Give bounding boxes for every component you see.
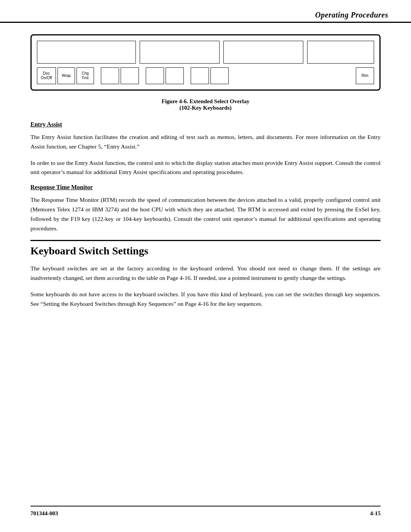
keyboard-diagram: DocOn/Off Wrap ChgFmt bbox=[30, 34, 381, 91]
figure-caption: Figure 4-6. Extended Select Overlay (102… bbox=[30, 98, 381, 111]
footer-page-number: 4-15 bbox=[370, 510, 381, 517]
key-empty-5 bbox=[191, 67, 209, 84]
page-footer: 701344-003 4-15 bbox=[30, 506, 381, 517]
figure-caption-line2: (102-Key Keyboards) bbox=[30, 105, 381, 111]
keyboard-switch-para2: Some keyboards do not have access to the… bbox=[30, 290, 381, 309]
response-time-monitor-section: Response Time Monitor The Response Time … bbox=[30, 184, 381, 233]
key-empty-6 bbox=[210, 67, 229, 84]
keyboard-switch-section: Keyboard Switch Settings The keyboard sw… bbox=[30, 240, 381, 308]
content-area: DocOn/Off Wrap ChgFmt bbox=[0, 23, 411, 309]
rtm-para1: The Response Time Monitor (RTM) records … bbox=[30, 195, 381, 233]
gap1 bbox=[96, 67, 99, 84]
key-group-2 bbox=[140, 41, 220, 64]
key-empty-3 bbox=[146, 67, 164, 84]
gap2 bbox=[140, 67, 144, 84]
keyboard-switch-heading: Keyboard Switch Settings bbox=[30, 245, 381, 257]
gap3 bbox=[185, 67, 189, 84]
keyboard-top-row bbox=[37, 41, 374, 64]
key-empty-4 bbox=[166, 67, 184, 84]
page-container: Operating Procedures DocOn/Off Wrap ChgF… bbox=[0, 0, 411, 532]
header-title: Operating Procedures bbox=[315, 11, 388, 19]
keyboard-switch-para1: The keyboard switches are set at the fac… bbox=[30, 264, 381, 283]
entry-assist-heading: Entry Assist bbox=[30, 121, 381, 128]
key-wrap: Wrap bbox=[57, 67, 75, 84]
key-doc-onoff: DocOn/Off bbox=[37, 67, 56, 84]
key-chg-fmt: ChgFmt bbox=[76, 67, 94, 84]
key-empty-2 bbox=[121, 67, 139, 84]
page-header: Operating Procedures bbox=[0, 0, 411, 23]
key-group-3 bbox=[223, 41, 303, 64]
key-rtm: Rtm bbox=[356, 67, 374, 84]
key-empty-1 bbox=[101, 67, 119, 84]
key-group-4 bbox=[307, 41, 374, 64]
entry-assist-section: Entry Assist The Entry Assist function f… bbox=[30, 121, 381, 177]
keyboard-bottom-row: DocOn/Off Wrap ChgFmt bbox=[37, 67, 374, 84]
key-group-1 bbox=[37, 41, 136, 64]
entry-assist-para1: The Entry Assist function facilitates th… bbox=[30, 133, 381, 152]
flex-gap bbox=[230, 67, 354, 84]
rtm-heading: Response Time Monitor bbox=[30, 184, 381, 191]
entry-assist-para2: In order to use the Entry Assist functio… bbox=[30, 158, 381, 177]
figure-caption-line1: Figure 4-6. Extended Select Overlay bbox=[30, 98, 381, 105]
footer-doc-number: 701344-003 bbox=[30, 510, 58, 517]
